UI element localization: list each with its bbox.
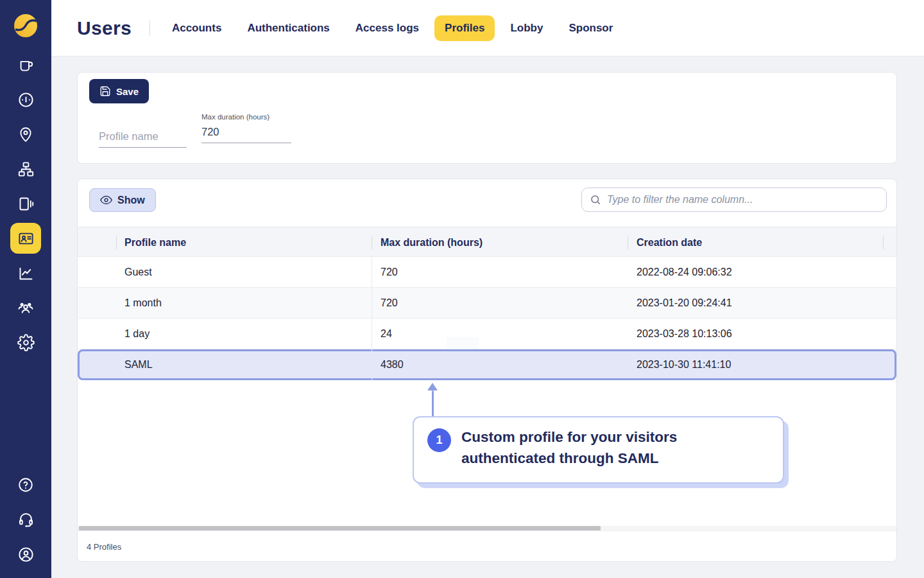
cell-creation-date: 2023-03-28 10:13:06 — [637, 319, 732, 349]
max-duration-input[interactable] — [201, 123, 291, 143]
search-icon — [590, 194, 601, 206]
id-card-icon — [17, 230, 35, 247]
column-separator — [372, 236, 372, 249]
sidebar-item-kiosk[interactable] — [10, 188, 41, 219]
kiosk-icon — [17, 195, 35, 213]
cell-profile-name: SAML — [124, 349, 153, 380]
sidebar-item-mug[interactable] — [10, 49, 41, 80]
cell-creation-date: 2022-08-24 09:06:32 — [637, 257, 732, 288]
title-divider — [150, 21, 150, 36]
column-header-max-duration: Max duration (hours) — [381, 227, 483, 258]
sidebar-item-profiles[interactable] — [10, 223, 41, 254]
row-count: 4 Profiles — [87, 542, 121, 552]
cell-max-duration: 24 — [381, 319, 392, 349]
account-icon — [17, 546, 35, 563]
callout-arrow — [426, 383, 439, 419]
tab-access-logs[interactable]: Access logs — [345, 15, 429, 41]
tab-authentications[interactable]: Authentications — [237, 15, 339, 41]
save-icon — [99, 85, 111, 97]
cell-profile-name: Guest — [124, 257, 152, 288]
horizontal-scrollbar-thumb[interactable] — [79, 526, 601, 530]
column-header-creation-date: Creation date — [637, 227, 702, 258]
body-column-separator — [372, 257, 372, 380]
cell-creation-date: 2023-01-20 09:24:41 — [637, 288, 732, 319]
sidebar — [0, 0, 51, 578]
top-bar: Users Accounts Authentications Access lo… — [51, 0, 924, 57]
table-row-1-month[interactable]: 1 month 720 2023-01-20 09:24:41 — [78, 288, 896, 319]
step-number-badge: 1 — [427, 428, 451, 452]
line-chart-icon — [17, 265, 35, 282]
support-headset-icon — [17, 511, 35, 529]
column-header-profile-name: Profile name — [124, 227, 186, 258]
cell-max-duration: 4380 — [381, 349, 404, 380]
show-button-label: Show — [117, 195, 145, 206]
cell-max-duration: 720 — [381, 257, 398, 288]
settings-gear-icon — [17, 334, 35, 351]
profile-name-input[interactable] — [99, 128, 187, 148]
save-button-label: Save — [116, 86, 139, 97]
tab-sponsor[interactable]: Sponsor — [558, 15, 623, 41]
help-icon — [17, 477, 34, 493]
brand-logo[interactable] — [13, 13, 38, 38]
tab-bar: Accounts Authentications Access logs Pro… — [162, 15, 623, 41]
sidebar-item-users-group[interactable] — [10, 292, 41, 323]
sidebar-item-settings[interactable] — [10, 327, 41, 358]
sidebar-item-gauge[interactable] — [10, 84, 41, 115]
location-pin-icon — [17, 126, 34, 143]
eye-icon — [100, 194, 112, 206]
column-separator — [883, 236, 884, 249]
tab-lobby[interactable]: Lobby — [500, 15, 553, 41]
cell-profile-name: 1 day — [124, 319, 150, 349]
max-duration-field: Max duration (hours) — [201, 113, 291, 143]
cell-max-duration: 720 — [381, 288, 398, 319]
mug-icon — [17, 57, 35, 74]
table-row-guest[interactable]: Guest 720 2022-08-24 09:06:32 — [78, 257, 896, 288]
sidebar-item-account[interactable] — [10, 539, 41, 570]
column-separator — [116, 236, 117, 249]
table-footer: 4 Profiles — [78, 530, 896, 562]
arrow-head-icon — [427, 383, 438, 390]
sidebar-item-sitemap[interactable] — [10, 153, 41, 184]
page-title: Users — [77, 17, 132, 39]
save-button[interactable]: Save — [89, 79, 149, 103]
callout-box: 1 Custom profile for your visitors authe… — [413, 416, 784, 484]
profile-form-card: Save Max duration (hours) — [77, 72, 897, 164]
sidebar-item-analytics[interactable] — [10, 258, 41, 288]
sitemap-icon — [17, 161, 35, 178]
tab-profiles[interactable]: Profiles — [434, 15, 495, 41]
sidebar-item-location[interactable] — [10, 119, 41, 150]
sidebar-item-help[interactable] — [10, 469, 41, 500]
gauge-icon — [17, 91, 35, 109]
callout-text: Custom profile for your visitors authent… — [461, 427, 705, 469]
tab-accounts[interactable]: Accounts — [162, 15, 232, 41]
table-header-row: Profile name Max duration (hours) Creati… — [78, 227, 896, 257]
arrow-shaft — [432, 390, 434, 417]
cell-profile-name: 1 month — [124, 288, 162, 319]
cell-creation-date: 2023-10-30 11:41:10 — [637, 349, 731, 380]
name-filter-input[interactable] — [607, 194, 878, 206]
table-body: Guest 720 2022-08-24 09:06:32 1 month 72… — [78, 257, 896, 380]
table-row-saml[interactable]: SAML 4380 2023-10-30 11:41:10 — [78, 349, 896, 380]
table-row-1-day[interactable]: 1 day 24 2023-03-28 10:13:06 — [78, 319, 896, 349]
users-group-icon — [17, 299, 35, 317]
show-button[interactable]: Show — [89, 188, 156, 212]
profiles-table-card: Show Profile name Max duration (hours) C… — [77, 179, 897, 562]
column-separator — [628, 236, 628, 249]
max-duration-label: Max duration (hours) — [201, 113, 291, 121]
profile-name-field — [99, 128, 187, 148]
sidebar-item-support[interactable] — [10, 504, 41, 535]
name-filter-box — [581, 188, 887, 212]
horizontal-scrollbar-track[interactable] — [78, 526, 896, 530]
